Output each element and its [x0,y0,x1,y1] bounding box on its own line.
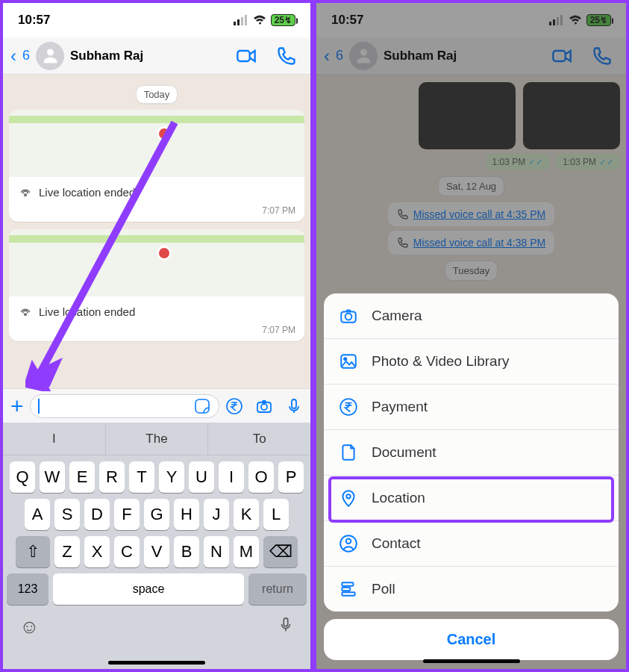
phone-screenshot-attach-menu: 10:57 25↯ ‹ 6 Subham Raj 1:03 PM ✓✓ 1:03… [313,0,629,672]
svg-rect-7 [195,399,209,413]
broadcast-icon [18,304,33,319]
location-message[interactable]: Live location ended 7:07 PM [9,110,304,222]
wifi-icon [253,15,266,25]
attach-poll[interactable]: Poll [324,567,619,612]
svg-point-6 [25,314,27,316]
item-label: Payment [372,399,428,415]
key-n[interactable]: N [204,536,229,567]
key-g[interactable]: G [144,499,169,530]
attach-photo-video[interactable]: Photo & Video Library [324,339,619,385]
key-k[interactable]: K [234,499,259,530]
key-m[interactable]: M [234,536,259,567]
location-label: Live location ended [39,305,135,318]
attach-contact[interactable]: Contact [324,521,619,567]
return-key[interactable]: return [248,573,307,605]
key-s[interactable]: S [54,499,80,530]
attach-plus-button[interactable]: + [10,395,24,417]
input-row: + [3,388,310,423]
back-button[interactable]: ‹ [10,46,16,66]
status-bar: 10:57 25↯ [3,3,310,37]
suggestion[interactable]: To [208,423,310,455]
action-sheet: Camera Photo & Video Library Payment Doc… [324,293,619,660]
key-w[interactable]: W [40,461,65,493]
key-b[interactable]: B [174,536,199,567]
item-label: Camera [372,308,422,324]
key-o[interactable]: O [248,461,274,493]
key-l[interactable]: L [263,499,289,530]
mic-icon[interactable] [285,397,303,415]
key-v[interactable]: V [144,536,169,567]
key-z[interactable]: Z [54,536,80,567]
message-time: 7:07 PM [9,205,304,222]
rupee-icon[interactable] [225,397,243,415]
voice-call-icon[interactable] [276,46,297,66]
dictation-key[interactable] [278,615,294,640]
key-x[interactable]: X [84,536,110,567]
key-d[interactable]: D [84,499,110,530]
keyboard[interactable]: I The To QWERTYUIOP ASDFGHJKL ⇧ ZXCVBNM … [3,423,310,669]
back-count[interactable]: 6 [22,48,30,63]
camera-icon[interactable] [255,397,273,415]
attachment-menu: Camera Photo & Video Library Payment Doc… [324,293,619,612]
key-u[interactable]: U [189,461,214,493]
svg-point-21 [345,314,352,320]
svg-rect-0 [234,22,236,25]
item-label: Contact [372,535,420,552]
sticker-icon[interactable] [193,397,211,415]
svg-point-25 [346,494,350,498]
status-time: 10:57 [18,13,50,28]
backspace-key[interactable]: ⌫ [263,536,298,567]
attach-camera[interactable]: Camera [324,293,619,339]
key-r[interactable]: R [99,461,125,493]
contact-name[interactable]: Subham Raj [70,49,230,63]
key-t[interactable]: T [129,461,154,493]
space-key[interactable]: space [53,573,244,605]
key-f[interactable]: F [114,499,140,530]
home-indicator[interactable] [423,659,520,663]
phone-screenshot-chat: 10:57 25↯ ‹ 6 Subham Raj Today Live loca… [0,0,313,672]
key-j[interactable]: J [204,499,229,530]
attach-location[interactable]: Location [324,476,619,521]
suggestion[interactable]: The [106,423,209,455]
emoji-key[interactable]: ☺ [19,615,40,640]
svg-rect-29 [342,588,350,591]
key-e[interactable]: E [69,461,95,493]
cellular-icon [234,15,248,25]
message-time: 7:07 PM [9,325,304,341]
attach-payment[interactable]: Payment [324,385,619,430]
svg-rect-1 [237,19,240,25]
key-h[interactable]: H [174,499,199,530]
video-call-icon[interactable] [236,46,257,66]
cancel-button[interactable]: Cancel [324,619,619,660]
key-q[interactable]: Q [10,461,35,493]
svg-rect-12 [284,618,288,626]
svg-point-23 [344,358,346,360]
key-i[interactable]: I [219,461,244,493]
numeric-key[interactable]: 123 [7,573,48,605]
key-a[interactable]: A [25,499,50,530]
location-message[interactable]: Live location ended 7:07 PM [9,229,304,341]
avatar[interactable] [36,42,64,70]
attach-document[interactable]: Document [324,430,619,476]
svg-rect-4 [237,51,249,61]
svg-point-27 [346,539,351,544]
item-label: Photo & Video Library [372,353,510,370]
svg-rect-11 [292,399,296,408]
shift-key[interactable]: ⇧ [16,536,50,567]
svg-point-10 [261,404,267,410]
key-c[interactable]: C [114,536,140,567]
key-p[interactable]: P [278,461,304,493]
svg-rect-30 [342,592,354,595]
suggestion-bar: I The To [3,423,310,455]
chat-header: ‹ 6 Subham Raj [3,37,310,75]
svg-rect-28 [342,582,353,585]
suggestion[interactable]: I [3,423,106,455]
status-right: 25↯ [234,14,295,26]
key-y[interactable]: Y [159,461,184,493]
message-input[interactable] [30,394,219,418]
svg-rect-2 [241,17,243,25]
svg-point-5 [25,194,27,196]
svg-rect-3 [245,15,247,25]
home-indicator[interactable] [108,661,205,665]
chat-body[interactable]: Today Live location ended 7:07 PM Live l… [3,75,310,388]
